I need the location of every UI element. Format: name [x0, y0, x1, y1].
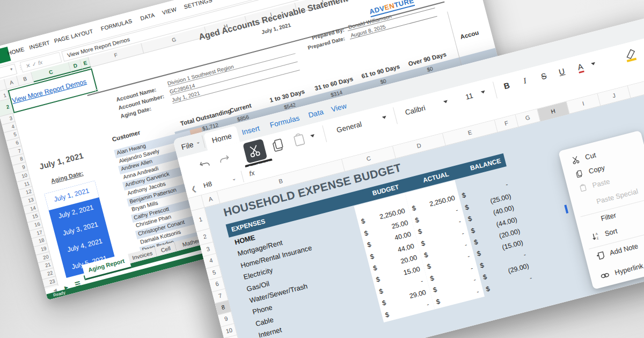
svg-text:Z: Z — [596, 237, 599, 240]
svg-text:A: A — [595, 232, 598, 236]
